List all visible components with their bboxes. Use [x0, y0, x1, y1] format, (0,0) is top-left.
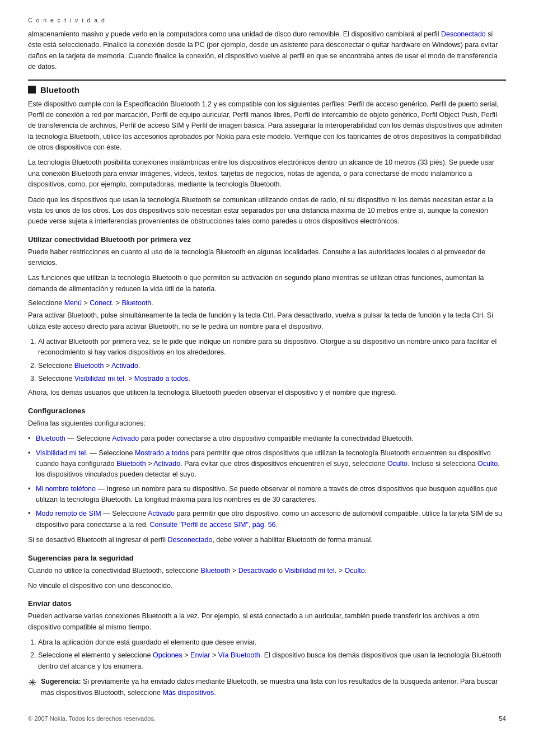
bluetooth-link-nav[interactable]: Bluetooth [122, 299, 152, 307]
intro-text-before: almacenamiento masivo y puede verlo en l… [28, 30, 441, 38]
seg-bluetooth-link[interactable]: Bluetooth [201, 567, 231, 575]
env-arrow2: > [210, 651, 218, 659]
tip-text-before: Si previamente ya ha enviado datos media… [41, 678, 498, 696]
seg-middle: o [277, 567, 284, 575]
config-vis-rest4: . Incluso si selecciona [407, 460, 477, 468]
config-modo-link[interactable]: Modo remoto de SIM [36, 510, 101, 517]
config-vis-rest3: . Para evitar que otros dispositivos enc… [180, 460, 387, 468]
config-vis-activado-link[interactable]: Activado [153, 460, 180, 468]
intro-paragraph: almacenamiento masivo y puede verlo en l… [28, 29, 506, 73]
subsection-utilizar-para2: Las funciones que utilizan la tecnología… [28, 273, 506, 295]
seg-para1-prefix: Cuando no utilice la conectividad Blueto… [28, 567, 201, 575]
subsection-seguridad-title: Sugerencias para la seguridad [28, 554, 506, 562]
config-vis-bluetooth-link[interactable]: Bluetooth [116, 460, 146, 468]
tip-text-after: . [214, 689, 216, 697]
config-oculto-link2[interactable]: Oculto [477, 460, 498, 468]
config-mostrado-link[interactable]: Mostrado a todos [135, 449, 189, 457]
config-item-bluetooth: Bluetooth — Seleccione Activado para pod… [28, 433, 506, 444]
configuraciones-list: Bluetooth — Seleccione Activado para pod… [28, 433, 506, 530]
subsection-enviar: Enviar datos Pueden activarse varias con… [28, 599, 506, 698]
config-bluetooth-rest: — Seleccione [65, 435, 112, 442]
utilizar-steps-list: Al activar Bluetooth por primera vez, se… [38, 337, 506, 385]
config-bluetooth-link[interactable]: Bluetooth [36, 435, 65, 442]
tip-box: ✳ Sugerencia: Si previamente ya ha envia… [28, 676, 506, 698]
select-prefix: Seleccione [28, 299, 64, 307]
black-square-icon [28, 86, 36, 94]
bluetooth-title-text: Bluetooth [40, 85, 79, 95]
seg-oculto-link[interactable]: Oculto [344, 567, 364, 575]
select-menu-line: Seleccione Menú > Conect. > Bluetooth. [28, 299, 506, 307]
config-modo-activado-link[interactable]: Activado [148, 510, 175, 517]
step2-activado-link[interactable]: Activado [111, 362, 138, 370]
step2-bluetooth-link[interactable]: Bluetooth [74, 362, 104, 370]
bluetooth-para-2: La tecnología Bluetooth posibilita conex… [28, 157, 506, 190]
step2-arrow: > [104, 362, 111, 370]
seg-desactivado-link[interactable]: Desactivado [238, 567, 277, 575]
config-vis-rest: — Seleccione [88, 449, 135, 457]
footer-copyright: © 2007 Nokia. Todos los derechos reserva… [28, 715, 156, 722]
conf-footer-suffix: , debe volver a habilitar Bluetooth de f… [212, 536, 372, 544]
enviar-para1: Pueden activarse varias conexiones Bluet… [28, 611, 506, 633]
bluetooth-para-3: Dado que los dispositivos que usan la te… [28, 195, 506, 227]
step3-visibilidad-link[interactable]: Visibilidad mi tel. [74, 375, 127, 382]
tip-content: Sugerencia: Si previamente ya ha enviado… [41, 676, 506, 698]
step3-arrow: > [127, 375, 134, 382]
config-item-visibilidad: Visibilidad mi tel. — Seleccione Mostrad… [28, 448, 506, 480]
tip-icon: ✳ [28, 678, 36, 688]
subsection-utilizar-title: Utilizar conectividad Bluetooth por prim… [28, 235, 506, 244]
config-consulte-link[interactable]: Consulte "Perfil de acceso SIM", pág. 56… [150, 521, 278, 529]
step3-mostrado-link[interactable]: Mostrado a todos [134, 375, 189, 382]
tip-mas-dispositivos-link[interactable]: Más dispositivos [162, 689, 214, 697]
step-2: Seleccione Bluetooth > Activado. [38, 361, 506, 371]
step3-prefix: Seleccione [38, 375, 74, 382]
step-1: Al activar Bluetooth por primera vez, se… [38, 337, 506, 358]
seguridad-para2: No vincule el dispositivo con uno descon… [28, 581, 506, 591]
env-step2-prefix: Seleccione el elemento y seleccione [38, 651, 153, 659]
footer-page-number: 54 [499, 715, 506, 722]
section-label: C o n e c t i v i d a d [28, 17, 506, 24]
tip-bold: Sugerencia: [41, 678, 81, 685]
configuraciones-intro: Defina las siguientes configuraciones: [28, 418, 506, 429]
subsection-utilizar-para1: Puede haber restricciones en cuanto al u… [28, 247, 506, 269]
env-enviar-link[interactable]: Enviar [190, 651, 210, 659]
step3-suffix: . [188, 375, 190, 382]
step2-suffix: . [138, 362, 140, 370]
config-item-modo: Modo remoto de SIM — Seleccione Activado… [28, 508, 506, 530]
after-steps-text: Ahora, los demás usuarios que utilicen l… [28, 388, 506, 398]
config-modo-rest: — Seleccione [101, 510, 148, 517]
config-nombre-rest: — Ingrese un nombre para su dispositivo.… [36, 485, 498, 503]
enviar-step-2: Seleccione el elemento y seleccione Opci… [38, 650, 506, 672]
bluetooth-section-title: Bluetooth [28, 80, 506, 95]
conf-desconectado-link[interactable]: Desconectado [167, 536, 212, 544]
page-footer: © 2007 Nokia. Todos los derechos reserva… [28, 715, 506, 722]
select-suffix: . [151, 299, 153, 307]
env-opciones-link[interactable]: Opciones [153, 651, 182, 659]
desconectado-link-1[interactable]: Desconectado [441, 30, 486, 38]
config-oculto-link1[interactable]: Oculto [387, 460, 407, 468]
subsection-seguridad: Sugerencias para la seguridad Cuando no … [28, 554, 506, 592]
config-bluetooth-rest2: para poder conectarse a otro dispositivo… [139, 435, 414, 442]
configuraciones-footer: Si se desactivó Bluetooth al ingresar el… [28, 535, 506, 545]
seg-para1-suffix: . [365, 567, 367, 575]
subsection-configuraciones-title: Configuraciones [28, 407, 506, 415]
env-arrow1: > [182, 651, 190, 659]
conf-footer-prefix: Si se desactivó Bluetooth al ingresar el… [28, 536, 167, 544]
seg-visibilidad-link[interactable]: Visibilidad mi tel. [284, 567, 336, 575]
arrow-2: > [114, 299, 121, 307]
seguridad-para1: Cuando no utilice la conectividad Blueto… [28, 566, 506, 576]
conect-link[interactable]: Conect. [90, 299, 114, 307]
step2-prefix: Seleccione [38, 362, 74, 370]
bluetooth-para-1: Este dispositivo cumple con la Especific… [28, 99, 506, 153]
config-visibilidad-link[interactable]: Visibilidad mi tel. [36, 449, 88, 457]
config-activado-link[interactable]: Activado [112, 435, 139, 442]
subsection-enviar-title: Enviar datos [28, 599, 506, 608]
config-nombre-link[interactable]: Mi nombre teléfono [36, 485, 96, 493]
enviar-steps-list: Abra la aplicación donde está guardado e… [38, 637, 506, 672]
arrow-1: > [82, 299, 90, 307]
env-via-bluetooth-link[interactable]: Vía Bluetooth [218, 651, 260, 659]
instruction-text: Para activar Bluetooth, pulse simultánea… [28, 310, 506, 332]
seg-arrow2: > [336, 567, 344, 575]
seg-arrow1: > [230, 567, 238, 575]
menu-link[interactable]: Menú [64, 299, 82, 307]
step-3: Seleccione Visibilidad mi tel. > Mostrad… [38, 374, 506, 384]
